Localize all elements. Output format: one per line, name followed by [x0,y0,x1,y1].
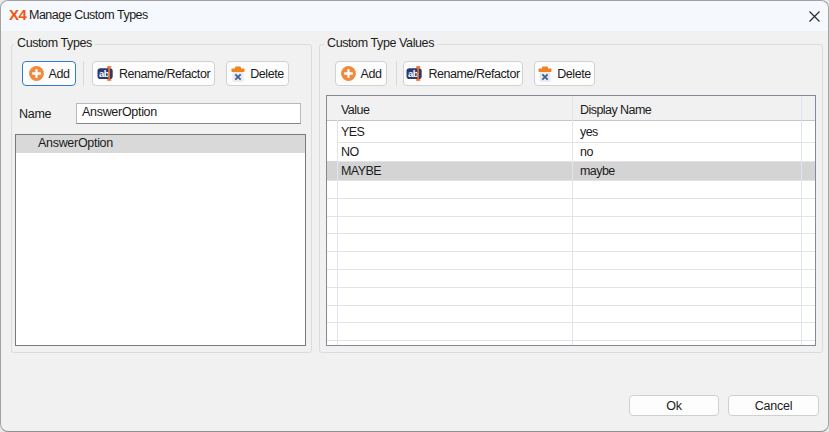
svg-text:ab: ab [99,68,110,79]
svg-text:ab: ab [408,68,419,79]
